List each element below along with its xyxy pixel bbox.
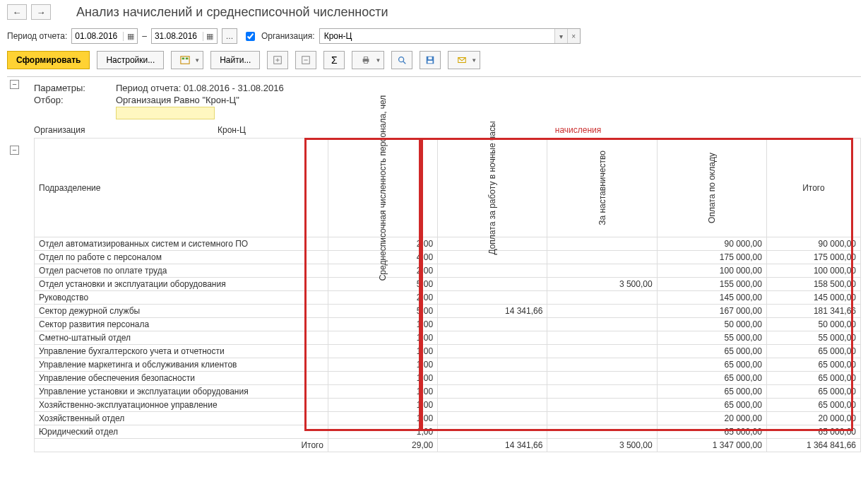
nav-forward-button[interactable]: → <box>31 4 51 20</box>
settings-button[interactable]: Настройки... <box>97 51 164 69</box>
expand-all-button[interactable] <box>267 51 288 69</box>
table-row[interactable]: Руководство2,00145 000,00145 000,00 <box>35 291 861 305</box>
preview-button[interactable] <box>391 51 412 69</box>
period-to-input[interactable] <box>152 30 203 42</box>
totals-salary: 1 347 000,00 <box>657 439 766 452</box>
col-mentor: За наставничество <box>547 139 657 237</box>
period-from-input[interactable] <box>72 30 123 42</box>
table-row[interactable]: Управление установки и эксплуатации обор… <box>35 385 861 399</box>
cell-hc: 1,00 <box>328 425 437 439</box>
cell-total: 181 341,66 <box>766 305 860 318</box>
tree-toggle-1[interactable]: − <box>10 80 19 89</box>
cell-dept: Отдел автоматизированных систем и систем… <box>35 237 328 251</box>
table-row[interactable]: Отдел автоматизированных систем и систем… <box>35 237 861 251</box>
cell-salary: 65 000,00 <box>657 345 766 358</box>
cell-dept: Руководство <box>35 291 328 305</box>
print-button[interactable]: ▼ <box>352 51 384 69</box>
org-select-input[interactable] <box>320 29 554 43</box>
cell-dept: Управление бухгалтерского учета и отчетн… <box>35 345 328 358</box>
find-button[interactable]: Найти... <box>210 51 260 69</box>
cell-hc: 5,00 <box>328 305 437 318</box>
cell-dept: Отдел установки и эксплуатации оборудова… <box>35 278 328 291</box>
org-column-label: Организация <box>34 125 218 135</box>
cell-salary: 90 000,00 <box>657 237 766 251</box>
page-title: Анализ начислений и среднесписочной числ… <box>76 5 388 20</box>
org-value: Крон-Ц <box>218 125 302 135</box>
save-button[interactable] <box>420 51 441 69</box>
cell-hc: 1,00 <box>328 331 437 345</box>
tree-toggle-2[interactable]: − <box>10 146 19 155</box>
printer-icon <box>361 55 371 65</box>
cell-total: 65 000,00 <box>766 358 860 372</box>
generate-button[interactable]: Сформировать <box>7 51 90 69</box>
cell-salary: 145 000,00 <box>657 291 766 305</box>
col-night: Доплата за работу в ночные часы <box>438 139 547 237</box>
period-label: Период отчета: <box>7 31 67 41</box>
cell-hc: 1,00 <box>328 358 437 372</box>
cell-night <box>438 345 547 358</box>
totals-hc: 29,00 <box>328 439 437 452</box>
nav-back-button[interactable]: ← <box>7 4 27 20</box>
cell-salary: 175 000,00 <box>657 251 766 264</box>
cell-hc: 2,00 <box>328 291 437 305</box>
col-total: Итого <box>766 139 860 237</box>
table-row[interactable]: Сектор дежурной службы5,0014 341,66167 0… <box>35 305 861 318</box>
cell-salary: 65 000,00 <box>657 425 766 439</box>
cell-salary: 65 000,00 <box>657 385 766 399</box>
cell-night <box>438 264 547 278</box>
options-icon <box>180 55 190 65</box>
org-select-dropdown[interactable]: ▾ <box>554 29 567 43</box>
table-row[interactable]: Управление бухгалтерского учета и отчетн… <box>35 345 861 358</box>
cell-total: 50 000,00 <box>766 318 860 331</box>
table-row[interactable]: Управление маркетинга и обслуживания кли… <box>35 358 861 372</box>
totals-label: Итого <box>35 439 328 452</box>
cell-total: 145 000,00 <box>766 291 860 305</box>
svg-rect-14 <box>429 57 432 60</box>
cell-hc: 1,00 <box>328 372 437 385</box>
variants-button[interactable]: ▼ <box>171 51 203 69</box>
table-row[interactable]: Сметно-штатный отдел1,0055 000,0055 000,… <box>35 331 861 345</box>
cell-hc: 1,00 <box>328 399 437 412</box>
params-filter-text: Организация Равно "Крон-Ц" <box>116 95 239 105</box>
cell-night <box>438 318 547 331</box>
table-row[interactable]: Юридический отдел1,0065 000,0065 000,00 <box>35 425 861 439</box>
cell-salary: 100 000,00 <box>657 264 766 278</box>
cell-salary: 55 000,00 <box>657 331 766 345</box>
cell-hc: 1,00 <box>328 385 437 399</box>
cell-dept: Управление установки и эксплуатации обор… <box>35 385 328 399</box>
period-picker-button[interactable]: … <box>222 28 237 44</box>
org-select-clear[interactable]: × <box>567 29 580 43</box>
cell-total: 20 000,00 <box>766 412 860 425</box>
table-row[interactable]: Отдел установки и эксплуатации оборудова… <box>35 278 861 291</box>
cell-salary: 65 000,00 <box>657 358 766 372</box>
calendar-to-icon[interactable]: ▦ <box>203 32 217 41</box>
email-button[interactable]: ▼ <box>448 51 480 69</box>
table-row[interactable]: Хозяйственно-эксплуатационное управление… <box>35 399 861 412</box>
magnifier-icon <box>397 55 407 65</box>
table-row[interactable]: Управление обеспечения безопасности1,006… <box>35 372 861 385</box>
cell-mentor <box>547 358 657 372</box>
cell-mentor <box>547 251 657 264</box>
table-row[interactable]: Отдел расчетов по оплате труда2,00100 00… <box>35 264 861 278</box>
svg-line-12 <box>403 61 406 64</box>
calendar-from-icon[interactable]: ▦ <box>123 32 137 41</box>
report-table: Подразделение Среднесписочная численност… <box>34 138 861 452</box>
cell-total: 100 000,00 <box>766 264 860 278</box>
period-dash: – <box>142 31 147 41</box>
org-filter-checkbox[interactable] <box>246 32 255 41</box>
cell-night: 14 341,66 <box>438 305 547 318</box>
sigma-icon: Σ <box>331 54 338 66</box>
arrow-right-icon: → <box>37 7 46 18</box>
table-row[interactable]: Сектор развития персонала1,0050 000,0050… <box>35 318 861 331</box>
sum-button[interactable]: Σ <box>323 51 345 69</box>
cell-night <box>438 412 547 425</box>
cell-dept: Сектор дежурной службы <box>35 305 328 318</box>
org-filter-label: Организация: <box>261 31 315 41</box>
collapse-all-button[interactable] <box>295 51 316 69</box>
params-filter-label: Отбор: <box>34 95 103 105</box>
svg-point-11 <box>399 57 404 62</box>
cell-mentor <box>547 264 657 278</box>
cell-dept: Хозяйственно-эксплуатационное управление <box>35 399 328 412</box>
table-row[interactable]: Хозяйственный отдел1,0020 000,0020 000,0… <box>35 412 861 425</box>
table-row[interactable]: Отдел по работе с персоналом4,00175 000,… <box>35 251 861 264</box>
